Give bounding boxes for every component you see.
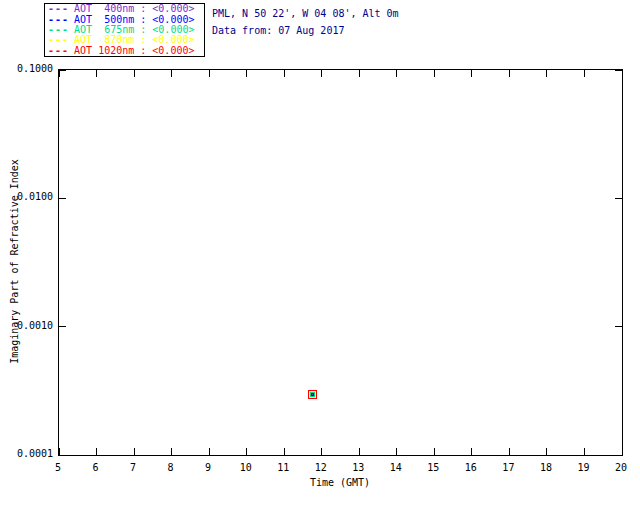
x-tick-top xyxy=(471,70,472,77)
x-tick-top xyxy=(284,70,285,77)
x-tick xyxy=(246,448,247,455)
x-tick-label: 8 xyxy=(151,462,191,473)
x-tick-label: 6 xyxy=(76,462,116,473)
y-tick xyxy=(59,198,66,199)
x-tick xyxy=(396,448,397,455)
x-tick xyxy=(321,448,322,455)
x-tick xyxy=(96,448,97,455)
x-tick-top xyxy=(171,70,172,77)
x-tick xyxy=(209,448,210,455)
x-tick-label: 11 xyxy=(263,462,303,473)
data-point-marker xyxy=(312,394,313,395)
legend-line-sample: --- xyxy=(48,35,69,45)
x-tick-top xyxy=(321,70,322,77)
x-tick-label: 12 xyxy=(301,462,341,473)
legend-item: ---AOT 870nm : <0.000> xyxy=(48,35,202,45)
x-tick-label: 9 xyxy=(188,462,228,473)
x-tick xyxy=(434,448,435,455)
station-info: PML, N 50 22', W 04 08', Alt 0m xyxy=(212,5,399,22)
plot-header: PML, N 50 22', W 04 08', Alt 0m Data fro… xyxy=(212,5,399,39)
y-tick-label: 0.0100 xyxy=(0,191,53,203)
y-tick-right xyxy=(615,198,622,199)
y-tick-label: 0.1000 xyxy=(0,63,53,75)
legend-item: ---AOT 1020nm : <0.000> xyxy=(48,46,202,56)
x-tick xyxy=(471,448,472,455)
x-tick xyxy=(509,448,510,455)
y-tick-right xyxy=(615,70,622,71)
plot-canvas: ---AOT 400nm : <0.000>---AOT 500nm : <0.… xyxy=(0,0,640,512)
x-tick-top xyxy=(209,70,210,77)
x-tick-label: 14 xyxy=(376,462,416,473)
x-tick-top xyxy=(584,70,585,77)
x-tick-label: 20 xyxy=(601,462,640,473)
legend-label: AOT 400nm : <0.000> xyxy=(74,4,194,14)
y-tick xyxy=(59,70,66,71)
x-tick-top xyxy=(622,70,623,77)
x-tick xyxy=(284,448,285,455)
x-axis-title: Time (GMT) xyxy=(240,477,440,488)
y-tick xyxy=(59,326,66,327)
y-tick-right xyxy=(615,326,622,327)
x-tick-label: 16 xyxy=(451,462,491,473)
x-tick-label: 7 xyxy=(113,462,153,473)
x-tick-top xyxy=(134,70,135,77)
y-tick-right xyxy=(615,455,622,456)
x-tick-label: 10 xyxy=(226,462,266,473)
y-tick-label: 0.0010 xyxy=(0,320,53,332)
x-tick-label: 5 xyxy=(38,462,78,473)
legend-item: ---AOT 400nm : <0.000> xyxy=(48,4,202,14)
y-axis-title: Imaginary Part of Refractive Index xyxy=(9,69,20,455)
x-tick xyxy=(359,448,360,455)
x-tick-top xyxy=(396,70,397,77)
legend-label: AOT 1020nm : <0.000> xyxy=(74,46,194,56)
x-tick-top xyxy=(96,70,97,77)
x-tick-label: 18 xyxy=(526,462,566,473)
x-tick-top xyxy=(59,70,60,77)
x-tick-top xyxy=(434,70,435,77)
plot-frame xyxy=(58,69,623,456)
legend-line-sample: --- xyxy=(48,4,69,14)
x-tick xyxy=(584,448,585,455)
x-tick xyxy=(134,448,135,455)
x-tick xyxy=(546,448,547,455)
legend-label: AOT 870nm : <0.000> xyxy=(74,35,194,45)
data-date: Data from: 07 Aug 2017 xyxy=(212,22,399,39)
x-tick xyxy=(171,448,172,455)
legend-box: ---AOT 400nm : <0.000>---AOT 500nm : <0.… xyxy=(44,3,205,57)
x-tick-top xyxy=(359,70,360,77)
x-tick-top xyxy=(546,70,547,77)
x-tick-label: 15 xyxy=(413,462,453,473)
y-tick xyxy=(59,455,66,456)
x-tick-label: 13 xyxy=(338,462,378,473)
legend-line-sample: --- xyxy=(48,46,69,56)
x-tick-label: 17 xyxy=(488,462,528,473)
x-tick-top xyxy=(246,70,247,77)
x-tick-label: 19 xyxy=(563,462,603,473)
x-tick-top xyxy=(509,70,510,77)
y-tick-label: 0.0001 xyxy=(0,448,53,460)
